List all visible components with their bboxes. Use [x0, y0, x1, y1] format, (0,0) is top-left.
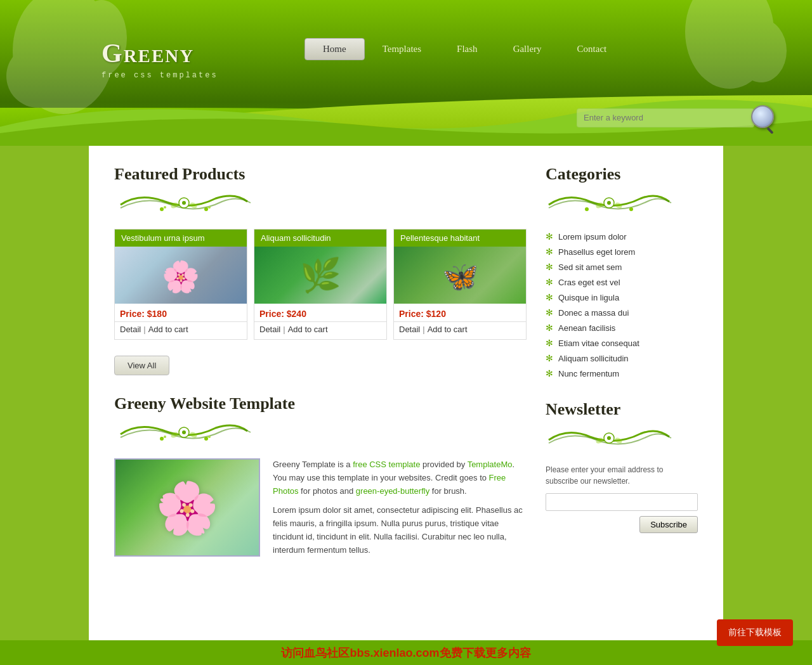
product-card-1: Vestibulum urna ipsum Price: $180 Detail… — [114, 229, 247, 340]
product-price-3: Price: $120 — [399, 309, 521, 319]
product-add-to-cart-2[interactable]: Add to cart — [288, 325, 328, 334]
category-item-1[interactable]: Phasellus eget lorem — [546, 244, 698, 259]
svg-point-19 — [204, 437, 208, 441]
right-column: Categories Lorem ipsum dolor Phasellus e… — [546, 165, 698, 621]
product-card-3: Pellentesque habitant Price: $120 Detail… — [393, 229, 527, 340]
nav-gallery[interactable]: Gallery — [495, 39, 560, 60]
svg-point-4 — [736, 19, 787, 82]
site-title: Greeny — [102, 38, 218, 68]
product-card-2: Aliquam sollicitudin Price: $240 Detail … — [254, 229, 387, 340]
product-detail-link-1[interactable]: Detail — [120, 325, 141, 334]
nav-templates[interactable]: Templates — [365, 39, 439, 60]
svg-point-26 — [629, 207, 633, 211]
logo-area: Greeny free css templates — [102, 38, 218, 80]
free-css-link[interactable]: free CSS template — [353, 460, 420, 469]
about-title: Greeny Website Template — [114, 394, 527, 413]
svg-point-17 — [160, 437, 164, 441]
download-button[interactable]: 前往下载模板 — [717, 619, 793, 646]
action-separator-1: | — [143, 325, 145, 334]
site-subtitle: free css templates — [102, 71, 218, 80]
product-price-1: Price: $180 — [120, 309, 242, 319]
about-image — [114, 458, 260, 557]
search-input[interactable] — [577, 108, 754, 127]
category-item-4[interactable]: Quisque in ligula — [546, 290, 698, 305]
newsletter-title: Newsletter — [546, 400, 698, 419]
newsletter-section: Newsletter Please enter your email addre… — [546, 400, 698, 533]
product-detail-link-2[interactable]: Detail — [259, 325, 280, 334]
about-section: Greeny Website Template — [114, 394, 527, 564]
about-content: Greeny Template is a free CSS template p… — [114, 458, 527, 564]
product-title-2: Aliquam sollicitudin — [254, 229, 386, 247]
templatemo-link[interactable]: TemplateMo — [468, 460, 513, 469]
product-image-1 — [115, 247, 247, 304]
svg-point-7 — [170, 202, 179, 210]
about-paragraph-2: Lorem ipsum dolor sit amet, consectetur … — [273, 504, 527, 557]
search-area — [577, 107, 774, 128]
newsletter-description: Please enter your email address to subsc… — [546, 464, 698, 487]
category-item-8[interactable]: Aliquam sollicitudin — [546, 351, 698, 366]
product-price-2: Price: $240 — [259, 309, 381, 319]
featured-decoration — [114, 189, 254, 217]
action-separator-2: | — [283, 325, 285, 334]
categories-decoration — [546, 189, 672, 217]
view-all-button[interactable]: View All — [114, 356, 169, 375]
svg-point-22 — [607, 201, 611, 205]
svg-point-20 — [208, 436, 211, 438]
categories-section: Categories Lorem ipsum dolor Phasellus e… — [546, 165, 698, 381]
category-item-7[interactable]: Etiam vitae consequat — [546, 335, 698, 351]
svg-point-25 — [585, 207, 589, 211]
category-item-3[interactable]: Cras eget est vel — [546, 274, 698, 290]
footer-banner: 访问血鸟社区bbs.xienlao.com免费下载更多内容 — [0, 640, 812, 665]
product-add-to-cart-1[interactable]: Add to cart — [148, 325, 188, 334]
nav-home[interactable]: Home — [304, 38, 365, 60]
product-title-1: Vestibulum urna ipsum — [115, 229, 247, 247]
about-paragraph-1: Greeny Template is a free CSS template p… — [273, 458, 527, 498]
butterfly-link[interactable]: green-eyed-butterfly — [356, 486, 429, 496]
product-image-3 — [394, 247, 526, 304]
svg-point-9 — [160, 207, 164, 211]
categories-title: Categories — [546, 165, 698, 184]
about-text: Greeny Template is a free CSS template p… — [273, 458, 527, 564]
nav-flash[interactable]: Flash — [439, 39, 495, 60]
about-decoration — [114, 418, 254, 447]
newsletter-email-input[interactable] — [546, 493, 698, 511]
action-separator-3: | — [422, 325, 424, 334]
content-area: Featured Products V — [89, 146, 723, 640]
svg-point-12 — [208, 206, 211, 209]
newsletter-submit-row: Subscribe — [546, 516, 698, 533]
category-item-0[interactable]: Lorem ipsum dolor — [546, 229, 698, 244]
subscribe-button[interactable]: Subscribe — [639, 516, 698, 533]
svg-point-6 — [182, 201, 186, 205]
svg-point-10 — [164, 206, 166, 209]
main-wrapper: Featured Products V — [0, 146, 812, 640]
products-grid: Vestibulum urna ipsum Price: $180 Detail… — [114, 229, 527, 340]
product-actions-1: Detail | Add to cart — [120, 325, 242, 334]
featured-title: Featured Products — [114, 165, 527, 184]
svg-point-28 — [607, 436, 611, 440]
category-item-6[interactable]: Aenean facilisis — [546, 320, 698, 335]
svg-point-18 — [164, 436, 166, 438]
featured-section: Featured Products V — [114, 165, 527, 375]
product-actions-3: Detail | Add to cart — [399, 325, 521, 334]
newsletter-decoration — [546, 424, 672, 453]
product-actions-2: Detail | Add to cart — [259, 325, 381, 334]
category-item-9[interactable]: Nunc fermentum — [546, 366, 698, 381]
product-detail-link-3[interactable]: Detail — [399, 325, 420, 334]
footer-text: 访问血鸟社区bbs.xienlao.com免费下载更多内容 — [0, 645, 812, 661]
svg-point-15 — [170, 431, 179, 439]
header: Greeny free css templates Home Templates… — [0, 0, 812, 146]
category-item-5[interactable]: Donec a massa dui — [546, 305, 698, 320]
nav-contact[interactable]: Contact — [560, 39, 625, 60]
main-nav: Home Templates Flash Gallery Contact — [304, 38, 624, 60]
svg-point-14 — [182, 430, 186, 434]
product-image-2 — [254, 247, 386, 304]
categories-list: Lorem ipsum dolor Phasellus eget lorem S… — [546, 229, 698, 381]
product-title-3: Pellentesque habitant — [394, 229, 526, 247]
svg-point-29 — [595, 437, 604, 445]
category-item-2[interactable]: Sed sit amet sem — [546, 259, 698, 274]
search-button[interactable] — [751, 105, 774, 128]
svg-point-11 — [204, 207, 208, 211]
left-column: Featured Products V — [114, 165, 527, 621]
svg-point-23 — [595, 202, 604, 210]
product-add-to-cart-3[interactable]: Add to cart — [428, 325, 468, 334]
